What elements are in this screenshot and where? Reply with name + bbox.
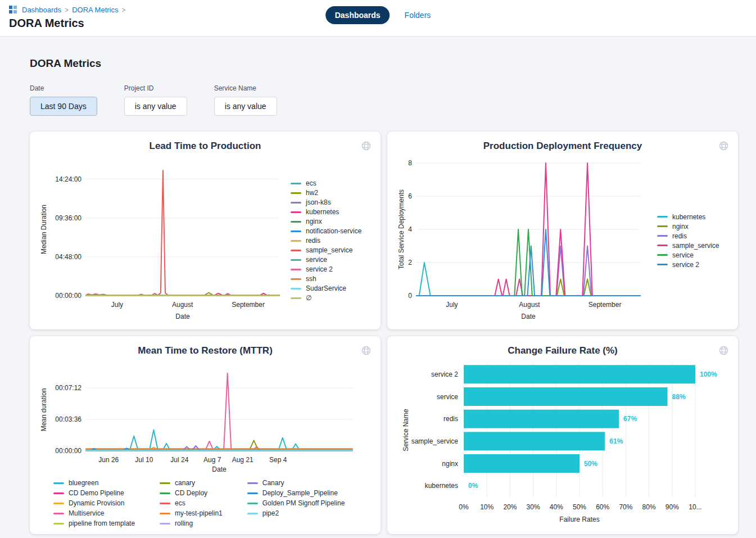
top-header: Dashboards > DORA Metrics > DORA Metrics… [0, 0, 756, 37]
legend-item-SudarService[interactable]: SudarService [291, 284, 369, 292]
legend-label: pipeline from template [69, 519, 135, 527]
legend-item-sample_service[interactable]: sample_service [291, 246, 369, 254]
legend-item-service[interactable]: service [291, 256, 369, 264]
legend-label: my-test-pipelin1 [175, 509, 223, 517]
legend-item-kubernetes[interactable]: kubernetes [291, 208, 369, 216]
legend-item-ecs[interactable]: ecs [291, 179, 369, 187]
chart-canvas: 00:00:0004:48:0009:36:0014:24:00JulyAugu… [39, 156, 284, 323]
chart-card-lead-time: Lead Time to Production 00:00:0004:48:00… [30, 132, 381, 329]
x-axis-title: Failure Rates [559, 516, 599, 523]
deployment-frequency-legend: kubernetesnginxredissample_serviceservic… [650, 213, 727, 269]
legend-swatch [657, 264, 668, 265]
globe-icon[interactable] [718, 345, 729, 356]
category-label: kubernetes [425, 482, 458, 490]
legend-item-redis[interactable]: redis [291, 237, 369, 245]
filter-date-value[interactable]: Last 90 Days [30, 97, 97, 116]
category-label: nginx [442, 460, 458, 468]
legend-item-CD Demo Pipeline[interactable]: CD Demo Pipeline [53, 489, 135, 497]
legend-item-pipeline from template[interactable]: pipeline from template [53, 519, 135, 527]
legend-item-Multiservice[interactable]: Multiservice [53, 509, 135, 517]
legend-item-Dynamic Provision[interactable]: Dynamic Provision [53, 499, 135, 507]
x-tick-label: 20% [503, 503, 517, 511]
legend-item-ssh[interactable]: ssh [291, 275, 369, 283]
filters-row: Date Last 90 Days Project ID is any valu… [30, 84, 738, 116]
legend-label: service 2 [306, 265, 333, 273]
legend-item-json-k8s[interactable]: json-k8s [291, 198, 369, 206]
legend-swatch [657, 235, 668, 237]
legend-item-sample_service[interactable]: sample_service [657, 242, 727, 250]
bar-service [464, 387, 668, 406]
legend-item-my-test-pipelin1[interactable]: my-test-pipelin1 [160, 509, 223, 517]
legend-item-canary[interactable]: canary [160, 479, 223, 487]
legend-item-nginx[interactable]: nginx [291, 218, 369, 225]
y-tick-label: 00:07:12 [55, 384, 82, 392]
legend-item-∅[interactable]: ∅ [291, 294, 369, 302]
legend-label: sample_service [672, 242, 719, 250]
legend-swatch [247, 482, 258, 484]
chart-card-change-failure-rate: Change Failure Rate (%) 0%10%20%30%40%50… [387, 336, 738, 534]
legend-item-notification-service[interactable]: notification-service [291, 227, 369, 235]
legend-item-redis[interactable]: redis [657, 232, 727, 240]
legend-item-service[interactable]: service [657, 251, 727, 259]
y-tick-label: 00:00:00 [55, 292, 82, 300]
legend-swatch [53, 513, 64, 514]
globe-icon[interactable] [718, 141, 729, 151]
legend-label: Dynamic Provision [69, 499, 124, 507]
series-line-sample_service [86, 170, 279, 295]
tab-folders[interactable]: Folders [405, 11, 431, 20]
legend-swatch [291, 211, 301, 213]
legend-label: hw2 [306, 189, 318, 197]
globe-icon[interactable] [361, 345, 372, 356]
change-failure-rate-chart: 0%10%20%30%40%50%60%70%80%90%10...servic… [396, 361, 729, 525]
legend-label: redis [306, 237, 320, 245]
filter-project-id-value[interactable]: is any value [124, 97, 187, 116]
legend-label: Multiservice [69, 509, 104, 517]
legend-swatch [657, 225, 668, 227]
x-tick-label: August [519, 301, 540, 309]
chart-canvas: 0%10%20%30%40%50%60%70%80%90%10...servic… [401, 361, 725, 525]
legend-item-Golden PM Signoff Pipeline[interactable]: Golden PM Signoff Pipeline [247, 499, 345, 507]
y-axis-title: Mean duration [40, 388, 48, 432]
legend-item-nginx[interactable]: nginx [657, 223, 727, 230]
legend-item-Canary[interactable]: Canary [247, 479, 345, 487]
legend-item-service 2[interactable]: service 2 [657, 261, 727, 269]
filter-project-id-label: Project ID [124, 84, 187, 92]
y-axis-title: Median Duration [40, 205, 48, 254]
breadcrumb-dashboards[interactable]: Dashboards [22, 6, 61, 14]
legend-item-ecs[interactable]: ecs [160, 499, 223, 507]
lead-time-chart: 00:00:0004:48:0009:36:0014:24:00JulyAugu… [39, 156, 284, 325]
filter-service-name-value[interactable]: is any value [214, 97, 277, 116]
legend-item-service 2[interactable]: service 2 [291, 265, 369, 273]
legend-item-hw2[interactable]: hw2 [291, 189, 369, 197]
legend-item-CD Deploy[interactable]: CD Deploy [160, 489, 223, 497]
globe-icon[interactable] [361, 141, 372, 151]
tab-dashboards[interactable]: Dashboards [325, 6, 390, 24]
breadcrumb-dora-metrics[interactable]: DORA Metrics [72, 6, 118, 14]
legend-label: service [306, 256, 327, 264]
y-tick-label: 00:00:00 [55, 447, 82, 455]
x-axis-title: Date [521, 313, 536, 320]
legend-item-pipe2[interactable]: pipe2 [247, 509, 345, 517]
x-tick-label: 40% [550, 503, 563, 511]
y-tick-label: 6 [408, 192, 412, 200]
chart-title-change-failure-rate: Change Failure Rate (%) [508, 345, 618, 356]
x-tick-label: Sep 4 [269, 456, 287, 464]
legend-swatch [657, 254, 668, 256]
legend-item-bluegreen[interactable]: bluegreen [53, 479, 135, 487]
x-tick-label: 10% [480, 503, 494, 511]
legend-item-Deploy_Sample_Pipeline[interactable]: Deploy_Sample_Pipeline [247, 489, 345, 497]
x-tick-label: 0% [459, 503, 469, 511]
legend-item-rolling[interactable]: rolling [160, 519, 223, 527]
x-tick-label: Jul 24 [170, 456, 188, 464]
legend-swatch [291, 269, 301, 270]
category-label: sample_service [411, 437, 459, 445]
charts-grid: Lead Time to Production 00:00:0004:48:00… [30, 132, 738, 534]
y-tick-label: 09:36:00 [55, 214, 82, 222]
y-tick-label: 2 [408, 259, 412, 266]
legend-label: sample_service [306, 246, 352, 254]
legend-item-kubernetes[interactable]: kubernetes [657, 213, 727, 221]
breadcrumb-separator: > [121, 6, 125, 14]
x-tick-label: September [588, 301, 622, 309]
legend-swatch [291, 202, 301, 204]
legend-label: nginx [306, 218, 322, 225]
